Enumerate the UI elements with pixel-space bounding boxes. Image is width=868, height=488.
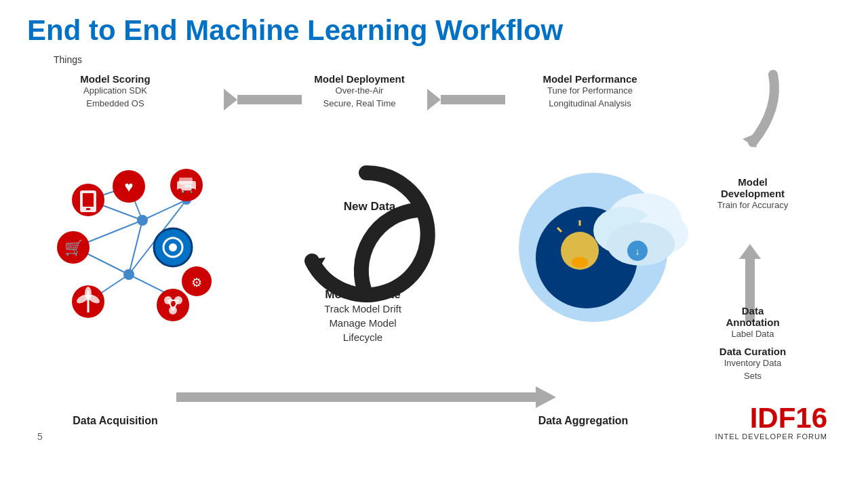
data-annotation-subtitle: Label Data (685, 328, 821, 340)
things-label: Things (54, 54, 82, 65)
idf-logo: IDF16 INTEL DEVELOPER FORUM (715, 404, 827, 441)
new-data-label: New Data (332, 200, 407, 214)
circular-arrows-new-data (292, 159, 441, 308)
data-curation-subtitle: Inventory DataSets (685, 357, 821, 382)
box-model-scoring: Model Scoring Application SDKEmbedded OS (47, 73, 183, 109)
model-performance-subtitle: Tune for PerformanceLongitudinal Analysi… (515, 85, 665, 109)
svg-rect-29 (83, 193, 94, 207)
svg-point-41 (169, 243, 177, 251)
svg-point-21 (123, 269, 134, 280)
model-update-subtitle: Track Model DriftManage ModelLifecycle (292, 302, 434, 344)
idf-text-year: 16 (795, 402, 827, 434)
box-model-update: Model Update Track Model DriftManage Mod… (292, 288, 434, 344)
arrow-bottom-long (176, 384, 556, 410)
svg-rect-34 (179, 178, 193, 184)
svg-point-61 (572, 257, 588, 268)
data-curation-title: Data Curation (685, 346, 821, 357)
cloud-cluster: ↓ (515, 152, 705, 329)
svg-marker-4 (224, 89, 237, 110)
box-data-annotation: DataAnnotation Label Data (685, 305, 821, 340)
svg-text:⚙: ⚙ (191, 276, 202, 289)
svg-marker-7 (739, 244, 761, 259)
svg-text:🛒: 🛒 (64, 239, 83, 257)
data-annotation-title: DataAnnotation (685, 305, 821, 328)
data-acquisition-title: Data Acquisition (47, 415, 183, 427)
box-model-performance: Model Performance Tune for PerformanceLo… (515, 73, 665, 109)
box-data-curation: Data Curation Inventory DataSets (685, 346, 821, 382)
svg-point-36 (191, 188, 195, 192)
svg-point-46 (85, 287, 92, 300)
content-area: ♥ 📱 🚗 🛒 (27, 54, 841, 447)
svg-text:♥: ♥ (124, 178, 133, 195)
svg-marker-9 (536, 386, 556, 408)
box-data-aggregation: Data Aggregation (515, 415, 651, 427)
box-things: Things (27, 54, 108, 65)
data-aggregation-title: Data Aggregation (515, 415, 651, 427)
model-update-title: Model Update (292, 288, 434, 302)
svg-rect-1 (441, 95, 505, 104)
box-data-acquisition: Data Acquisition (47, 415, 183, 427)
arrow-curved-top-right (719, 68, 787, 149)
slide: End to End Machine Learning Workflow (0, 0, 868, 488)
page-number: 5 (37, 431, 43, 442)
svg-line-12 (142, 200, 186, 220)
svg-point-35 (178, 188, 182, 192)
model-deployment-subtitle: Over-the-AirSecure, Real Time (292, 85, 427, 109)
svg-rect-8 (176, 392, 536, 402)
model-development-title: ModelDevelopment (685, 176, 821, 199)
idf-logo-text: IDF16 (715, 404, 827, 432)
model-scoring-subtitle: Application SDKEmbedded OS (47, 85, 183, 109)
svg-rect-30 (86, 208, 90, 210)
model-performance-title: Model Performance (515, 73, 665, 85)
box-model-deployment: Model Deployment Over-the-AirSecure, Rea… (292, 73, 427, 109)
model-development-subtitle: Train for Accuracy (685, 199, 821, 211)
arrow-performance-to-deployment (427, 87, 522, 113)
model-deployment-title: Model Deployment (292, 73, 427, 85)
svg-point-20 (137, 215, 148, 226)
slide-title: End to End Machine Learning Workflow (27, 14, 841, 47)
box-model-development: ModelDevelopment Train for Accuracy (685, 176, 821, 211)
idf-text-main: IDF (750, 402, 796, 434)
idf-logo-subtitle: INTEL DEVELOPER FORUM (715, 432, 827, 441)
model-scoring-title: Model Scoring (47, 73, 183, 85)
iot-cluster: ♥ 📱 🚗 🛒 (54, 166, 231, 342)
svg-text:↓: ↓ (635, 246, 640, 257)
svg-marker-2 (427, 89, 441, 110)
svg-point-47 (157, 289, 189, 321)
